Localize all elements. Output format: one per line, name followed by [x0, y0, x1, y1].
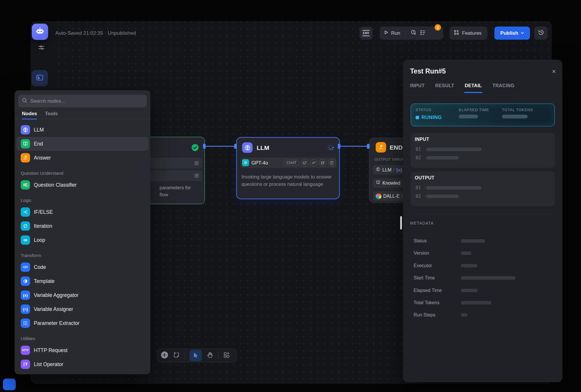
input-section: INPUT 0102: [411, 133, 555, 168]
metadata-label: Elapsed Time: [414, 288, 442, 293]
node-item-label: IF/ELSE: [34, 209, 53, 215]
metadata-row: Status: [414, 235, 552, 247]
run-tab-detail[interactable]: DETAIL: [465, 83, 482, 93]
node-item-code[interactable]: </>Code: [16, 260, 148, 274]
organize-layout-button[interactable]: [223, 351, 230, 360]
llm-input-handle[interactable]: [234, 144, 237, 149]
node-item-label: Variable Aggregator: [34, 292, 78, 298]
tab-nodes[interactable]: Nodes: [22, 111, 37, 120]
metadata-title: METADATA: [410, 221, 434, 225]
input-section-title: INPUT: [415, 137, 429, 142]
node-item-answer[interactable]: Answer: [16, 151, 148, 165]
node-item-loop[interactable]: ∞Loop: [16, 233, 148, 247]
llm-output-handle[interactable]: [338, 144, 340, 149]
panel-resize-handle[interactable]: [400, 216, 402, 230]
skeleton-bar: [426, 186, 482, 190]
dalle-icon: [376, 193, 382, 199]
skeleton-bar: [461, 276, 516, 280]
metadata-label: Total Tokens: [414, 300, 440, 305]
node-item-label: LLM: [34, 127, 44, 133]
skeleton-bar: [426, 195, 459, 198]
node-item-template[interactable]: Template: [16, 274, 148, 288]
close-icon[interactable]: ×: [552, 67, 556, 76]
history-button[interactable]: [534, 27, 547, 40]
run-tab-input[interactable]: INPUT: [410, 83, 425, 93]
play-icon: [384, 30, 388, 36]
search-input[interactable]: [30, 98, 143, 104]
dots-icon: [21, 318, 30, 328]
iteration-icon: [21, 221, 30, 231]
features-button[interactable]: Features: [449, 27, 487, 40]
document-capability-icon: [328, 160, 335, 166]
filter-icon: [21, 360, 30, 369]
metadata-label: Status: [414, 238, 427, 244]
bottom-left-button[interactable]: [3, 379, 16, 390]
edge-start-to-llm: [205, 146, 236, 147]
robot-icon: [35, 26, 45, 37]
pointer-tool-button[interactable]: [190, 350, 202, 361]
add-note-button[interactable]: [173, 351, 180, 360]
checklist-count-badge: 2: [435, 24, 441, 31]
canvas-toolbar: [157, 349, 237, 363]
audio-capability-icon: [310, 160, 317, 166]
metadata-row: Total Tokens: [414, 297, 552, 309]
status-value: RUNING: [421, 115, 442, 120]
row-number: 01: [416, 147, 421, 152]
hand-tool-button[interactable]: [206, 351, 214, 360]
checklist-icon[interactable]: [419, 29, 426, 37]
skeleton-row: 02: [416, 155, 459, 160]
divider: [185, 352, 185, 359]
node-item-iteration[interactable]: Iteration: [16, 219, 148, 233]
start-output-handle[interactable]: [203, 144, 206, 149]
skeleton-row: 01: [416, 147, 482, 152]
env-button[interactable]: ENV: [360, 27, 372, 40]
metadata-row: Run Steps: [414, 309, 552, 321]
panel-toggle-button[interactable]: [32, 70, 48, 86]
chip-label: LLM: [382, 167, 391, 173]
run-button[interactable]: Run: [391, 30, 400, 36]
metadata-label: Start Time: [414, 275, 435, 281]
skeleton-bar: [461, 313, 468, 317]
node-item-variable-assigner[interactable]: {=}Variable Assigner: [16, 302, 148, 316]
start-node-description: parameters for flow: [160, 184, 191, 198]
success-check-icon: [191, 144, 199, 153]
end-input-handle[interactable]: [367, 144, 370, 149]
run-tab-result[interactable]: RESULT: [435, 83, 454, 93]
node-group-header: Logic: [15, 192, 150, 205]
row-number: 02: [416, 194, 421, 199]
node-item-http-request[interactable]: HTTPHTTP Request: [16, 343, 148, 357]
search-icon: [22, 98, 27, 104]
skeleton-bar: [461, 301, 491, 304]
window-icon: [36, 74, 44, 83]
tab-tools[interactable]: Tools: [45, 111, 58, 120]
node-list: LLMEndAnswerQuestion UnderstandQuestion …: [15, 119, 150, 373]
separator: /: [401, 194, 402, 199]
model-selector[interactable]: GPT-4o CHAT: [240, 158, 337, 168]
node-item-label: Iteration: [34, 223, 52, 229]
llm-node[interactable]: LLM GPT-4o CHAT Invoking large language …: [236, 137, 340, 199]
node-item-list-operator[interactable]: List Operator: [16, 357, 148, 371]
video-capability-icon: [319, 160, 326, 166]
node-item-label: End: [34, 141, 43, 147]
run-tab-tracing[interactable]: TRACING: [492, 83, 514, 93]
metadata-row: Start Time: [414, 272, 552, 284]
env-icon: ENV: [362, 30, 370, 36]
add-node-button[interactable]: [161, 351, 168, 360]
publish-button[interactable]: Publish: [494, 27, 530, 40]
node-item-if-else[interactable]: IF/ELSE: [16, 205, 148, 219]
code-icon: </>: [21, 262, 30, 272]
elapsed-time-label: ELAPSED TIME: [459, 108, 489, 112]
clock-play-icon[interactable]: [410, 29, 417, 37]
node-item-llm[interactable]: LLM: [16, 123, 148, 137]
node-item-end[interactable]: End: [16, 137, 148, 151]
preferences-sliders-icon[interactable]: [38, 44, 45, 51]
app-logo[interactable]: [32, 24, 48, 40]
node-item-question-classifier[interactable]: Question Classifier: [16, 178, 148, 192]
skeleton-row: 01: [416, 185, 482, 190]
end-node-title: END: [390, 144, 402, 151]
varx-icon: {x}: [21, 290, 30, 300]
template-icon: [21, 276, 30, 286]
model-name: GPT-4o: [251, 160, 268, 166]
node-item-parameter-extractor[interactable]: Parameter Extractor: [16, 316, 148, 330]
node-item-variable-aggregator[interactable]: {x}Variable Aggregator: [16, 288, 148, 302]
